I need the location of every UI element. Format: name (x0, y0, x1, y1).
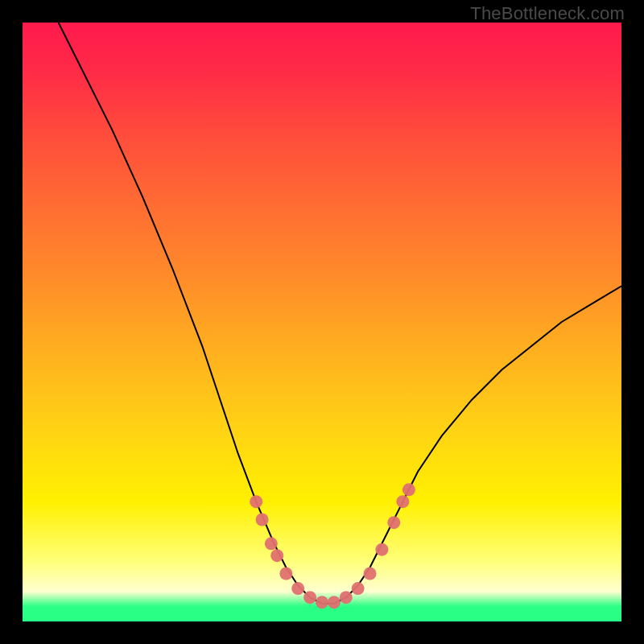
bead-marker (364, 568, 377, 580)
bead-marker (402, 483, 415, 496)
bead-marker (250, 495, 262, 508)
chart-frame: TheBottleneck.com (0, 0, 644, 644)
bead-marker (256, 514, 269, 526)
bead-marker (328, 596, 341, 609)
bead-marker (303, 591, 316, 604)
plot-area (23, 23, 621, 621)
bead-marker (352, 582, 365, 595)
bead-marker (291, 582, 304, 595)
bead-marker (375, 543, 388, 556)
bead-marker (279, 568, 292, 580)
bead-marker (316, 596, 328, 609)
bead-marker (396, 495, 409, 508)
bead-marker (265, 537, 278, 550)
curve-svg (23, 23, 621, 621)
watermark-text: TheBottleneck.com (470, 3, 625, 24)
bottleneck-curve (59, 23, 621, 604)
bead-marker (270, 549, 283, 562)
bead-marker (387, 516, 400, 529)
bead-marker (340, 591, 353, 604)
bead-cluster (250, 483, 415, 609)
